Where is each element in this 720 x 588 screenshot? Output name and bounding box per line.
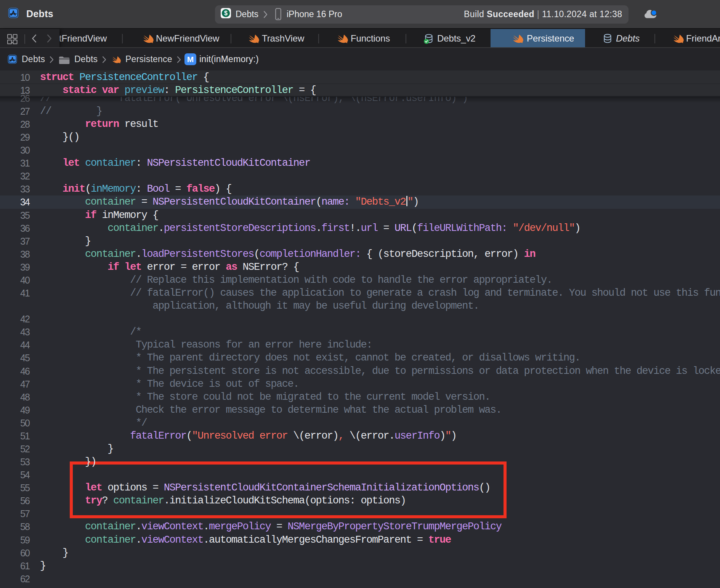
svg-text:$: $ (224, 10, 228, 16)
